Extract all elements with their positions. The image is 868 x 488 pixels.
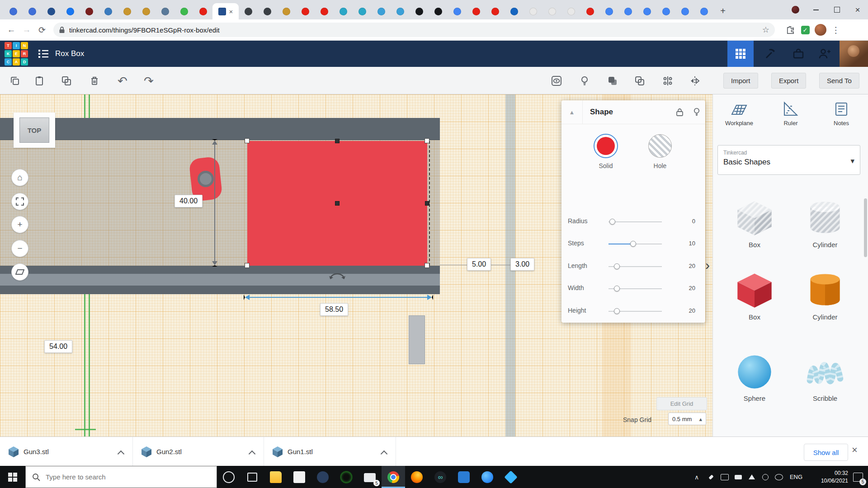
steps-slider[interactable] xyxy=(609,244,662,244)
tray-monitor-icon[interactable] xyxy=(718,466,731,488)
scale-handle-corner[interactable] xyxy=(245,263,250,268)
browser-tab[interactable] xyxy=(239,3,258,19)
tray-volume-icon[interactable] xyxy=(759,466,772,488)
send-to-button[interactable]: Send To xyxy=(819,73,859,89)
chrome-button[interactable] xyxy=(382,466,405,488)
browser-tab[interactable] xyxy=(4,3,23,19)
tray-wifi-icon[interactable] xyxy=(745,466,759,488)
panel-collapse-button[interactable]: ▲ xyxy=(561,100,583,124)
forward-button[interactable]: → xyxy=(19,22,34,38)
refresh-button[interactable]: ⟳ xyxy=(34,22,50,38)
import-button[interactable]: Import xyxy=(723,73,758,89)
mirror-button[interactable] xyxy=(688,74,702,88)
hole-option[interactable]: Hole xyxy=(633,134,687,169)
dimension-field[interactable]: 54.00 xyxy=(44,340,72,353)
export-button[interactable]: Export xyxy=(771,73,806,89)
width-slider[interactable] xyxy=(609,288,662,289)
extensions-puzzle-icon[interactable] xyxy=(782,22,797,38)
browser-tab[interactable] xyxy=(410,3,429,19)
firefox-button[interactable] xyxy=(405,466,429,488)
shape-cylinder-striped[interactable]: Cylinder xyxy=(798,197,852,249)
copy-button[interactable] xyxy=(8,74,22,88)
show-all-downloads-button[interactable]: Show all xyxy=(804,444,848,461)
extension-icon-green[interactable]: ✓ xyxy=(797,22,813,38)
maximize-button[interactable] xyxy=(826,0,847,19)
browser-tab[interactable] xyxy=(391,3,410,19)
razer-app-button[interactable] xyxy=(335,466,358,488)
infinity-app-button[interactable]: ∞ xyxy=(429,466,452,488)
browser-tab[interactable] xyxy=(99,3,118,19)
browser-tab[interactable] xyxy=(80,3,99,19)
edit-grid-button[interactable]: Edit Grid xyxy=(656,397,707,410)
dimension-field[interactable]: 5.00 xyxy=(467,258,491,271)
tray-battery-icon[interactable] xyxy=(731,466,745,488)
lighting-button[interactable] xyxy=(578,74,591,88)
shop-button[interactable] xyxy=(787,41,810,67)
solid-option[interactable]: Solid xyxy=(579,134,633,169)
browser-tab[interactable] xyxy=(353,3,372,19)
model-wall-top[interactable] xyxy=(0,118,440,140)
bookmark-star-icon[interactable]: ☆ xyxy=(762,25,769,35)
scale-handle-corner[interactable] xyxy=(425,263,429,268)
shape-cylinder-orange[interactable]: Cylinder xyxy=(798,270,852,321)
height-handle[interactable] xyxy=(335,201,340,206)
browser-tab[interactable] xyxy=(599,3,618,19)
minimize-button[interactable] xyxy=(806,0,826,19)
browser-tab[interactable] xyxy=(429,3,448,19)
browser-tab[interactable] xyxy=(258,3,277,19)
browser-tab[interactable] xyxy=(118,3,137,19)
fit-view-button[interactable] xyxy=(11,193,28,210)
browser-tab[interactable] xyxy=(334,3,353,19)
view-cube[interactable]: TOP xyxy=(19,117,49,143)
align-button[interactable] xyxy=(661,74,675,88)
shape-box-red[interactable]: Box xyxy=(727,270,782,321)
design-title[interactable]: Rox Box xyxy=(55,41,84,67)
browser-tab[interactable] xyxy=(618,3,637,19)
scale-handle-edge[interactable] xyxy=(425,201,429,206)
minecraft-export-button[interactable] xyxy=(759,41,782,67)
browser-tab[interactable] xyxy=(193,3,212,19)
browser-tab[interactable] xyxy=(372,3,391,19)
browser-tab[interactable] xyxy=(296,3,315,19)
close-downloads-bar-button[interactable]: × xyxy=(852,444,858,456)
zoom-out-button[interactable]: − xyxy=(11,240,28,257)
start-button[interactable] xyxy=(0,466,25,488)
show-all-hidden-button[interactable] xyxy=(550,74,563,88)
model-post[interactable] xyxy=(409,315,425,364)
cortana-button[interactable] xyxy=(217,466,241,488)
height-slider[interactable] xyxy=(609,311,662,312)
hide-shape-button[interactable] xyxy=(688,100,705,124)
browser-tab[interactable] xyxy=(580,3,599,19)
tray-expand-button[interactable]: ∧ xyxy=(689,466,704,488)
browser-tab[interactable] xyxy=(542,3,561,19)
mail-button[interactable]: 5 xyxy=(358,466,382,488)
download-item[interactable]: Gun2.stl xyxy=(133,437,264,466)
browser-tab[interactable] xyxy=(524,3,542,19)
browser-tab[interactable] xyxy=(61,3,80,19)
browser-tab[interactable] xyxy=(448,3,467,19)
browser-tab[interactable] xyxy=(561,3,580,19)
browser-tab[interactable] xyxy=(175,3,193,19)
browser-tab[interactable] xyxy=(156,3,175,19)
task-view-button[interactable] xyxy=(241,466,264,488)
browser-tab[interactable] xyxy=(637,3,656,19)
duplicate-button[interactable] xyxy=(60,74,73,88)
notes-tool[interactable]: Notes xyxy=(816,101,867,127)
download-item[interactable]: Gun3.stl xyxy=(0,437,133,466)
object-hole-marker[interactable] xyxy=(198,171,214,187)
sidebar-scrollbar[interactable] xyxy=(864,198,867,257)
delete-button[interactable] xyxy=(88,74,101,88)
dimension-field[interactable]: 40.00 xyxy=(175,195,203,207)
browser-tab[interactable] xyxy=(137,3,156,19)
shape-sphere[interactable]: Sphere xyxy=(727,351,782,402)
scale-handle-corner[interactable] xyxy=(425,138,429,143)
account-avatar[interactable] xyxy=(840,41,868,67)
scale-handle-corner[interactable] xyxy=(245,138,250,143)
length-slider[interactable] xyxy=(609,266,662,267)
browser-tab-active[interactable]: × xyxy=(212,3,239,19)
shape-scribble[interactable]: Scribble xyxy=(798,351,852,402)
design-menu-button[interactable] xyxy=(34,41,52,67)
shape-library-select[interactable]: Tinkercad Basic Shapes ▾ xyxy=(717,145,860,175)
dimension-field[interactable]: 3.00 xyxy=(510,258,534,271)
address-bar[interactable]: tinkercad.com/things/9FBOR1eSGpR-rox-box… xyxy=(53,23,775,37)
